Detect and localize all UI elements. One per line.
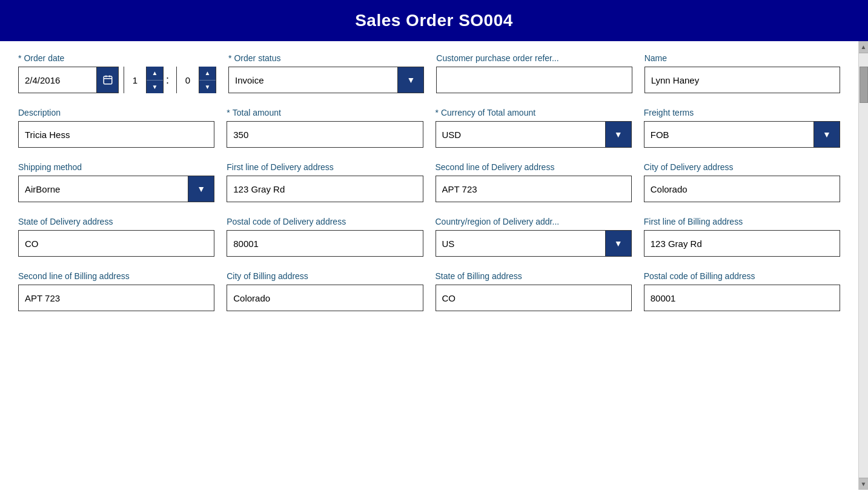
billing-postal-group: Postal code of Billing address	[644, 271, 840, 311]
scrollbar-thumb[interactable]	[860, 67, 868, 103]
shipping-method-input[interactable]	[18, 176, 214, 202]
order-status-input[interactable]	[228, 67, 424, 93]
freight-terms-field	[644, 121, 840, 148]
name-input[interactable]	[644, 67, 840, 93]
form-row-1: *Order date	[18, 53, 840, 93]
order-status-group: *Order status	[228, 53, 424, 93]
currency-dropdown-button[interactable]	[605, 121, 632, 148]
delivery-postal-input[interactable]	[227, 230, 423, 257]
billing-addr-line1-group: First line of Billing address	[644, 217, 840, 257]
scrollbar-up-button[interactable]: ▲	[859, 41, 868, 53]
shipping-method-field	[18, 176, 214, 202]
shipping-method-label: Shipping method	[18, 162, 214, 172]
required-star: *	[18, 53, 21, 63]
total-amount-group: *Total amount	[227, 108, 423, 148]
hour-spinner: ▲ ▼	[124, 67, 164, 93]
hour-down-button[interactable]: ▼	[147, 81, 163, 94]
delivery-addr-line2-input[interactable]	[436, 176, 632, 202]
delivery-addr-line1-label: First line of Delivery address	[227, 162, 423, 172]
freight-terms-input[interactable]	[644, 121, 840, 148]
form-row-3: Shipping method First line of Delivery a…	[18, 162, 840, 202]
billing-postal-input[interactable]	[644, 285, 840, 311]
billing-addr-line1-label: First line of Billing address	[644, 217, 840, 226]
scrollbar-track: ▲ ▼	[858, 41, 868, 490]
billing-state-label: State of Billing address	[436, 271, 632, 281]
order-date-field: ▲ ▼ : ▲ ▼	[18, 67, 216, 93]
minute-spinner: ▲ ▼	[176, 67, 216, 93]
name-label: Name	[644, 53, 840, 63]
order-date-group: *Order date	[18, 53, 216, 93]
form-row-2: Description *Total amount *Currency of T…	[18, 108, 840, 148]
delivery-country-label: Country/region of Delivery addr...	[436, 217, 632, 226]
billing-city-label: City of Billing address	[227, 271, 423, 281]
billing-addr-line2-group: Second line of Billing address	[18, 271, 214, 311]
delivery-country-dropdown-button[interactable]	[605, 230, 632, 257]
delivery-state-group: State of Delivery address	[18, 217, 214, 257]
minute-down-button[interactable]: ▼	[199, 81, 216, 94]
description-input[interactable]	[18, 121, 214, 148]
delivery-city-group: City of Delivery address	[644, 162, 840, 202]
page-header: Sales Order SO004	[0, 0, 868, 41]
billing-addr-line2-input[interactable]	[18, 285, 214, 311]
customer-po-input[interactable]	[436, 67, 632, 93]
name-group: Name	[644, 53, 840, 93]
freight-terms-group: Freight terms	[644, 108, 840, 148]
order-date-label: *Order date	[18, 53, 216, 63]
minute-up-button[interactable]: ▲	[199, 67, 216, 81]
delivery-addr-line2-label: Second line of Delivery address	[436, 162, 632, 172]
time-colon: :	[164, 74, 171, 87]
currency-input[interactable]	[436, 121, 632, 148]
required-star-3: *	[227, 108, 230, 117]
order-status-field	[228, 67, 424, 93]
order-status-label: *Order status	[228, 53, 424, 63]
billing-state-input[interactable]	[436, 285, 632, 311]
minute-input[interactable]	[177, 67, 199, 93]
minute-arrows: ▲ ▼	[199, 67, 216, 93]
delivery-addr-line1-group: First line of Delivery address	[227, 162, 423, 202]
customer-po-label: Customer purchase order refer...	[436, 53, 632, 63]
hour-arrows: ▲ ▼	[146, 67, 163, 93]
page-title: Sales Order SO004	[355, 11, 513, 30]
delivery-country-group: Country/region of Delivery addr...	[436, 217, 632, 257]
required-star-4: *	[436, 108, 439, 117]
shipping-method-dropdown-button[interactable]	[188, 176, 214, 202]
hour-input[interactable]	[124, 67, 146, 93]
freight-terms-label: Freight terms	[644, 108, 840, 117]
shipping-method-group: Shipping method	[18, 162, 214, 202]
currency-label: *Currency of Total amount	[436, 108, 632, 117]
delivery-postal-label: Postal code of Delivery address	[227, 217, 423, 226]
delivery-state-input[interactable]	[18, 230, 214, 257]
billing-city-input[interactable]	[227, 285, 423, 311]
svg-rect-0	[104, 76, 112, 84]
order-date-input[interactable]	[18, 67, 97, 93]
calendar-icon	[102, 74, 113, 85]
customer-po-group: Customer purchase order refer...	[436, 53, 632, 93]
form-row-5: Second line of Billing address City of B…	[18, 271, 840, 311]
freight-terms-dropdown-button[interactable]	[813, 121, 840, 148]
delivery-city-input[interactable]	[644, 176, 840, 202]
total-amount-label: *Total amount	[227, 108, 423, 117]
billing-city-group: City of Billing address	[227, 271, 423, 311]
calendar-button[interactable]	[97, 67, 119, 93]
delivery-addr-line1-input[interactable]	[227, 176, 423, 202]
delivery-state-label: State of Delivery address	[18, 217, 214, 226]
delivery-country-field	[436, 230, 632, 257]
scrollbar-down-button[interactable]: ▼	[859, 478, 868, 490]
billing-postal-label: Postal code of Billing address	[644, 271, 840, 281]
delivery-country-input[interactable]	[436, 230, 632, 257]
currency-group: *Currency of Total amount	[436, 108, 632, 148]
order-status-dropdown-button[interactable]	[397, 67, 424, 93]
delivery-city-label: City of Delivery address	[644, 162, 840, 172]
billing-state-group: State of Billing address	[436, 271, 632, 311]
currency-field	[436, 121, 632, 148]
billing-addr-line2-label: Second line of Billing address	[18, 271, 214, 281]
billing-addr-line1-input[interactable]	[644, 230, 840, 257]
description-group: Description	[18, 108, 214, 148]
delivery-addr-line2-group: Second line of Delivery address	[436, 162, 632, 202]
total-amount-input[interactable]	[227, 121, 423, 148]
hour-up-button[interactable]: ▲	[147, 67, 163, 81]
description-label: Description	[18, 108, 214, 117]
required-star-2: *	[228, 53, 231, 63]
delivery-postal-group: Postal code of Delivery address	[227, 217, 423, 257]
form-row-4: State of Delivery address Postal code of…	[18, 217, 840, 257]
